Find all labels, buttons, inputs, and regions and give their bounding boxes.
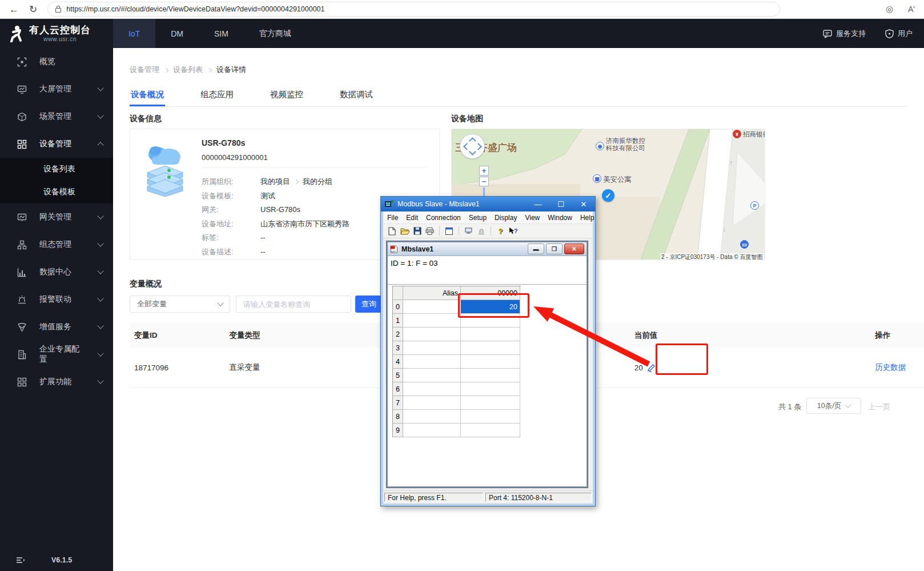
map-pan-control[interactable]	[460, 134, 485, 159]
pan-down-icon[interactable]	[469, 148, 476, 155]
variable-filter-select[interactable]: 全部变量	[130, 296, 230, 313]
doc-close-button[interactable]: ✕	[564, 243, 584, 254]
sidebar-subitem-device-list[interactable]: 设备列表	[0, 158, 113, 181]
print-icon[interactable]	[425, 226, 435, 235]
doc-minimize-button[interactable]: ▬	[528, 243, 544, 254]
map-zoom-out-button[interactable]: −	[479, 177, 489, 186]
sidebar-item-alarm[interactable]: 报警联动	[0, 286, 113, 313]
sidebar-item-configuration[interactable]: 组态管理	[0, 231, 113, 258]
pan-up-icon[interactable]	[469, 137, 476, 145]
help-icon[interactable]: ?	[496, 226, 505, 235]
menu-help[interactable]: Help	[576, 214, 598, 222]
value-cell[interactable]	[461, 424, 520, 437]
tab-data-debug[interactable]: 数据调试	[339, 86, 374, 106]
sidebar-item-overview[interactable]: 概览	[0, 48, 113, 75]
address-bar[interactable]: https://mp.usr.cn/#/cloud/device/ViewDev…	[47, 2, 780, 17]
tab-video-monitor[interactable]: 视频监控	[269, 86, 304, 106]
value-cell[interactable]	[461, 355, 520, 369]
value-cell[interactable]	[461, 314, 520, 328]
prev-page-button[interactable]: 上一页	[868, 402, 890, 412]
sidebar-item-datacenter[interactable]: 数据中心	[0, 258, 113, 286]
nav-iot[interactable]: IoT	[113, 19, 155, 49]
alias-cell[interactable]	[403, 396, 461, 410]
alias-cell[interactable]	[403, 341, 461, 355]
modbus-title-bar[interactable]: Modbus Slave - Mbslave1 — ☐ ✕	[381, 197, 595, 211]
alias-cell[interactable]	[403, 300, 461, 314]
sidebar-item-extensions[interactable]: 扩展功能	[0, 368, 113, 396]
value-cell[interactable]	[461, 341, 520, 355]
brand[interactable]: 有人云控制台 www.usr.cn	[0, 19, 113, 49]
map-zoom-in-button[interactable]: +	[479, 166, 489, 175]
modbus-maximize-button[interactable]: ☐	[553, 200, 568, 209]
value-cell[interactable]	[461, 410, 520, 424]
menu-display[interactable]: Display	[491, 214, 521, 222]
map-device-marker[interactable]: ✓	[602, 189, 614, 202]
menu-setup[interactable]: Setup	[465, 214, 491, 222]
modbus-slave-window[interactable]: Modbus Slave - Mbslave1 — ☐ ✕ File Edit …	[380, 196, 596, 506]
sidebar-item-bigscreen[interactable]: 大屏管理	[0, 75, 113, 103]
value-cell-selected[interactable]: 20	[461, 300, 520, 314]
service-support[interactable]: 服务支持	[816, 29, 873, 39]
query-button[interactable]: 查询	[355, 296, 383, 313]
sidebar-label: 组态管理	[39, 239, 71, 250]
browser-target-icon[interactable]: ◎	[886, 4, 893, 14]
alias-cell[interactable]	[403, 410, 461, 424]
pan-left-icon[interactable]	[463, 143, 471, 150]
sidebar-item-value-service[interactable]: 增值服务	[0, 313, 113, 341]
poll-definition-icon[interactable]	[464, 226, 473, 235]
modbus-minimize-button[interactable]: —	[531, 200, 545, 209]
sidebar-item-device[interactable]: 设备管理	[0, 130, 113, 158]
menu-edit[interactable]: Edit	[402, 214, 422, 222]
mbslave-document-window[interactable]: Mbslave1 ▬ ❐ ✕ ID = 1: F = 03 Alias 0000…	[387, 241, 588, 488]
collapse-sidebar-icon[interactable]	[16, 557, 25, 564]
alias-cell[interactable]	[403, 355, 461, 369]
sidebar-item-enterprise[interactable]: 企业专属配置	[0, 341, 113, 368]
breadcrumb-device-list[interactable]: 设备列表	[173, 65, 203, 75]
display-settings-icon[interactable]	[444, 226, 454, 235]
browser-refresh-icon[interactable]: ↻	[29, 5, 37, 14]
modbus-close-button[interactable]: ✕	[576, 200, 591, 209]
modbus-mdi-area: Mbslave1 ▬ ❐ ✕ ID = 1: F = 03 Alias 0000…	[383, 238, 593, 490]
sidebar-subitem-device-template[interactable]: 设备模板	[0, 181, 113, 203]
mbslave-title-bar[interactable]: Mbslave1 ▬ ❐ ✕	[388, 242, 586, 256]
value-cell[interactable]	[461, 396, 520, 410]
nav-sim[interactable]: SIM	[199, 19, 244, 49]
tab-device-overview[interactable]: 设备概况	[130, 86, 165, 106]
alias-cell[interactable]	[403, 382, 461, 396]
browser-back-icon[interactable]: ←	[9, 5, 19, 14]
nav-mall[interactable]: 官方商城	[244, 19, 307, 49]
communication-icon[interactable]	[476, 226, 486, 235]
alias-cell[interactable]	[403, 424, 461, 437]
variable-search-input[interactable]	[236, 296, 351, 313]
history-data-link[interactable]: 历史数据	[875, 363, 906, 372]
user-center[interactable]: 用户	[878, 29, 924, 39]
alias-cell[interactable]	[403, 328, 461, 341]
save-file-icon[interactable]	[412, 226, 422, 235]
device-name: USR-G780s	[202, 138, 245, 147]
page-size-select[interactable]: 10条/页	[806, 398, 861, 414]
pan-right-icon[interactable]	[475, 143, 482, 150]
new-file-icon[interactable]	[387, 226, 397, 235]
browser-read-aloud-icon[interactable]: Aʹ	[908, 5, 915, 14]
edit-value-icon[interactable]	[647, 364, 656, 372]
open-file-icon[interactable]	[400, 226, 409, 235]
menu-file[interactable]: File	[383, 214, 402, 222]
menu-connection[interactable]: Connection	[422, 214, 465, 222]
tab-configuration-app[interactable]: 组态应用	[199, 86, 235, 106]
value-cell[interactable]	[461, 328, 520, 341]
sidebar-label: 大屏管理	[39, 84, 71, 94]
nav-dm[interactable]: DM	[155, 19, 199, 49]
alias-cell[interactable]	[403, 369, 461, 382]
breadcrumb-device-mgmt[interactable]: 设备管理	[130, 65, 159, 75]
grid-row: 6	[393, 382, 521, 396]
menu-view[interactable]: View	[521, 214, 544, 222]
context-help-icon[interactable]: ?	[508, 226, 518, 235]
sidebar-item-gateway[interactable]: 网关管理	[0, 203, 113, 231]
value-cell[interactable]	[461, 382, 520, 396]
alias-cell[interactable]	[403, 314, 461, 328]
map-poi-parking-icon: P	[750, 201, 759, 210]
sidebar-item-scene[interactable]: 场景管理	[0, 103, 113, 130]
doc-restore-button[interactable]: ❐	[546, 243, 563, 254]
menu-window[interactable]: Window	[544, 214, 576, 222]
value-cell[interactable]	[461, 369, 520, 382]
